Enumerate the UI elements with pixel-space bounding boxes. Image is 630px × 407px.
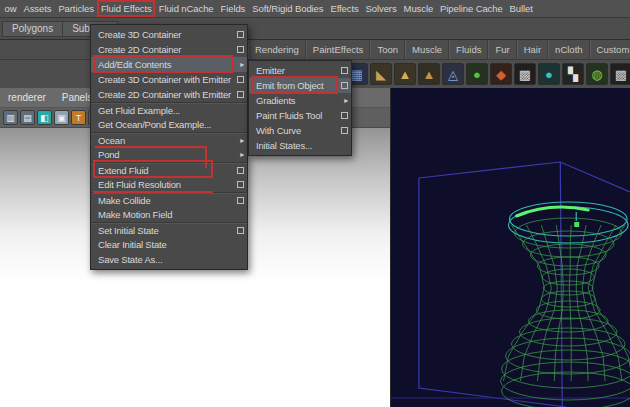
submenu-item-label: Initial States... bbox=[256, 140, 312, 151]
fluid-menu-item[interactable]: Create 3D Container with Emitter ▸ bbox=[91, 72, 247, 87]
fluid-effects-menu: Create 3D Container ▸ Create 2D Containe… bbox=[90, 24, 248, 270]
fluid-menu-item[interactable]: Get Ocean/Pond Example... ▸ bbox=[91, 117, 247, 132]
submenu-item[interactable]: Emit from Object ▸ bbox=[249, 78, 351, 93]
fluid-menu-item[interactable]: Create 3D Container ▸ bbox=[91, 27, 247, 42]
panel-menu-item[interactable]: renderer bbox=[0, 92, 54, 103]
menubar-item[interactable]: Solvers bbox=[362, 0, 400, 17]
menubar-item[interactable]: Effects bbox=[327, 0, 362, 17]
shelf-tool-icon[interactable]: ▚ bbox=[562, 63, 584, 85]
panel-toolbar-icon[interactable]: ▥ bbox=[3, 110, 18, 125]
shelf-tab[interactable]: Fur bbox=[488, 40, 516, 59]
fluid-menu-item[interactable]: Save State As... ▸ bbox=[91, 252, 247, 267]
submenu-item[interactable]: Paint Fluids Tool ▸ bbox=[249, 108, 351, 123]
option-box-icon[interactable] bbox=[237, 167, 244, 174]
panel-toolbar-icon[interactable]: ◧ bbox=[37, 110, 52, 125]
shelf-tab[interactable]: Hair bbox=[517, 40, 548, 59]
option-box-icon[interactable] bbox=[237, 46, 244, 53]
cube-wireframe bbox=[391, 162, 630, 407]
panel-toolbar-icon[interactable]: T bbox=[71, 110, 86, 125]
fluid-menu-item[interactable]: Get Fluid Example... ▸ bbox=[91, 102, 247, 117]
menubar-item[interactable]: ow bbox=[1, 0, 20, 17]
shelf-tool-icon[interactable]: ● bbox=[538, 63, 560, 85]
fluid-menu-item-label: Extend Fluid bbox=[98, 165, 148, 176]
fluid-menu-item-label: Set Initial State bbox=[98, 225, 159, 236]
panel-toolbar-icon[interactable]: ▤ bbox=[20, 110, 35, 125]
submenu-item-label: With Curve bbox=[256, 125, 301, 136]
submenu-item-label: Emitter bbox=[256, 65, 285, 76]
fluid-menu-item-label: Get Fluid Example... bbox=[98, 105, 180, 116]
option-box-icon[interactable] bbox=[237, 91, 244, 98]
wireframe-scene bbox=[391, 88, 630, 407]
fluid-menu-item[interactable]: Extend Fluid ▸ bbox=[91, 162, 247, 177]
submenu-item-label: Gradients bbox=[256, 95, 295, 106]
shelf-tool-icon[interactable]: ▲ bbox=[418, 63, 440, 85]
main-menubar: ow Assets Particles Fluid Effects Fluid … bbox=[0, 0, 630, 18]
fluid-menu-item-label: Edit Fluid Resolution bbox=[98, 179, 181, 190]
shelf-tab[interactable]: Fluids bbox=[449, 40, 488, 59]
fluid-menu-item-label: Pond bbox=[98, 149, 119, 160]
menubar-item[interactable]: Assets bbox=[20, 0, 55, 17]
submenu-item[interactable]: With Curve ▸ bbox=[249, 123, 351, 138]
shelf-tabs: Rendering PaintEffects Toon Muscle Fluid… bbox=[248, 40, 630, 59]
submenu-item[interactable]: Gradients ▸ bbox=[249, 93, 351, 108]
shelf-tool-icon[interactable]: ▲ bbox=[394, 63, 416, 85]
submenu-arrow-icon: ▸ bbox=[240, 57, 244, 72]
menubar-item[interactable]: Muscle bbox=[400, 0, 437, 17]
shelf-tool-icon[interactable]: ◬ bbox=[442, 63, 464, 85]
submenu-arrow-icon: ▸ bbox=[344, 93, 348, 108]
option-box-icon[interactable] bbox=[341, 67, 348, 74]
fluid-menu-item[interactable]: Add/Edit Contents ▸ bbox=[91, 57, 247, 72]
option-box-icon[interactable] bbox=[237, 76, 244, 83]
submenu-item-label: Paint Fluids Tool bbox=[256, 110, 322, 121]
shelf-tool-icon[interactable]: ◣ bbox=[370, 63, 392, 85]
option-box-icon[interactable] bbox=[237, 31, 244, 38]
shelf-tab[interactable]: Custom bbox=[590, 40, 630, 59]
option-box-icon[interactable] bbox=[237, 197, 244, 204]
nurbs-surface-wireframe bbox=[501, 202, 630, 407]
menu-set-tab[interactable]: Polygons bbox=[2, 21, 62, 37]
menubar-item[interactable]: Pipeline Cache bbox=[437, 0, 507, 17]
submenu-item-label: Emit from Object bbox=[256, 80, 324, 91]
shelf-tab[interactable]: PaintEffects bbox=[306, 40, 371, 59]
fluid-menu-item[interactable]: Pond ▸ bbox=[91, 147, 247, 162]
menubar-item[interactable]: Particles bbox=[55, 0, 98, 17]
manipulator-handle[interactable] bbox=[574, 222, 579, 227]
option-box-icon[interactable] bbox=[237, 181, 244, 188]
shelf-tool-icon[interactable]: ◍ bbox=[586, 63, 608, 85]
fluid-menu-item[interactable]: Make Collide ▸ bbox=[91, 192, 247, 207]
fluid-menu-item-label: Get Ocean/Pond Example... bbox=[98, 119, 211, 130]
fluid-menu-item[interactable]: Create 2D Container ▸ bbox=[91, 42, 247, 57]
menubar-item[interactable]: Bullet bbox=[506, 0, 536, 17]
submenu-item[interactable]: Initial States... ▸ bbox=[249, 138, 351, 153]
perspective-viewport[interactable] bbox=[390, 88, 630, 407]
shelf-tab[interactable]: Muscle bbox=[405, 40, 449, 59]
fluid-menu-item-label: Ocean bbox=[98, 135, 125, 146]
option-box-icon[interactable] bbox=[341, 127, 348, 134]
shelf-tool-icon[interactable]: ● bbox=[466, 63, 488, 85]
shelf-tab[interactable]: Toon bbox=[370, 40, 405, 59]
shelf-tool-icon[interactable]: ◆ bbox=[490, 63, 512, 85]
option-box-icon[interactable] bbox=[341, 82, 348, 89]
shelf-tool-icon[interactable]: ▩ bbox=[514, 63, 536, 85]
fluid-menu-item[interactable]: Make Motion Field ▸ bbox=[91, 207, 247, 222]
submenu-item[interactable]: Emitter ▸ bbox=[249, 63, 351, 78]
fluid-menu-item[interactable]: Clear Initial State ▸ bbox=[91, 237, 247, 252]
shelf-tab[interactable]: nCloth bbox=[548, 40, 589, 59]
shelf-tool-icon[interactable]: ▩ bbox=[610, 63, 630, 85]
menubar-item[interactable]: Fields bbox=[217, 0, 249, 17]
panel-toolbar-icon[interactable]: ▣ bbox=[54, 110, 69, 125]
selected-rim-highlight bbox=[516, 207, 588, 216]
fluid-menu-item[interactable]: Create 2D Container with Emitter ▸ bbox=[91, 87, 247, 102]
fluid-menu-item[interactable]: Edit Fluid Resolution ▸ bbox=[91, 177, 247, 192]
shelf-tab[interactable]: Rendering bbox=[248, 40, 306, 59]
fluid-menu-item[interactable]: Ocean ▸ bbox=[91, 132, 247, 147]
menubar-item[interactable]: Fluid nCache bbox=[155, 0, 217, 17]
fluid-menu-item[interactable]: Set Initial State ▸ bbox=[91, 222, 247, 237]
fluid-menu-item-label: Save State As... bbox=[98, 254, 162, 265]
option-box-icon[interactable] bbox=[237, 227, 244, 234]
fluid-menu-item-label: Create 3D Container bbox=[98, 29, 181, 40]
menubar-item[interactable]: Soft/Rigid Bodies bbox=[249, 0, 327, 17]
menubar-item[interactable]: Fluid Effects bbox=[97, 0, 155, 17]
fluid-menu-item-label: Clear Initial State bbox=[98, 239, 167, 250]
option-box-icon[interactable] bbox=[341, 112, 348, 119]
